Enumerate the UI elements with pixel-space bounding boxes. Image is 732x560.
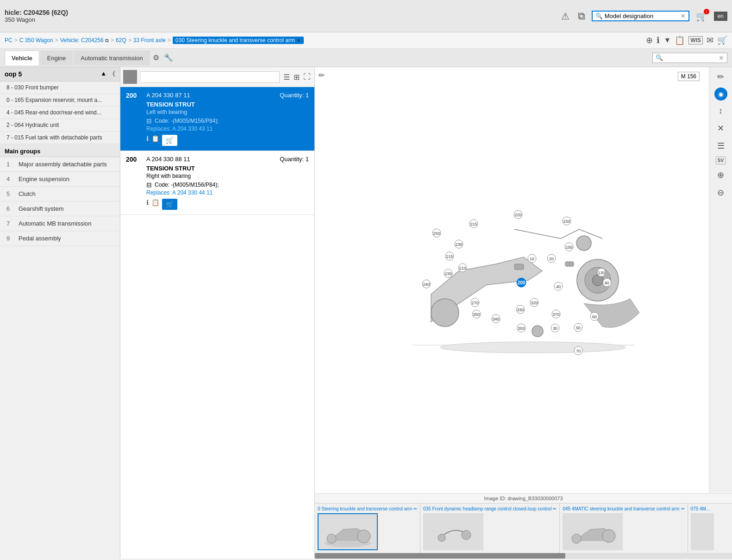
svg-point-69 bbox=[602, 529, 615, 542]
svg-text:230: 230 bbox=[455, 242, 462, 247]
thumbnail-item-3[interactable]: 045 4MATIC steering knuckle and transver… bbox=[560, 503, 688, 553]
right-zoom-out-icon[interactable]: ⊖ bbox=[715, 186, 726, 200]
cart-top-button[interactable]: 🛒 ! bbox=[694, 9, 709, 24]
sidebar-header-title: oop 5 bbox=[5, 70, 22, 78]
thumbnail-item-1[interactable]: 0 Steering knuckle and transverse contro… bbox=[315, 503, 420, 553]
parts-panel-header: ☰ ⊞ ⛶ bbox=[120, 67, 314, 87]
tab-vehicle[interactable]: Vehicle bbox=[5, 50, 39, 65]
breadcrumb-62q[interactable]: 62Q bbox=[116, 37, 126, 44]
close-icon[interactable]: ✕ bbox=[681, 13, 686, 19]
sidebar-history-item-4[interactable]: 2 - 064 Hydraulic unit bbox=[0, 119, 120, 132]
cart-breadcrumb-icon[interactable]: 🛒 bbox=[717, 35, 727, 45]
breadcrumb-front-axle[interactable]: 33 Front axle bbox=[133, 37, 166, 44]
thumb-edit-icon-2: ✏ bbox=[553, 506, 557, 511]
part-pos-1: 200 bbox=[126, 92, 143, 99]
sidebar-collapse-icon[interactable]: 《 bbox=[109, 70, 115, 78]
svg-text:80: 80 bbox=[604, 281, 609, 285]
breadcrumb-pc[interactable]: PC bbox=[5, 37, 13, 44]
right-arrow-icon[interactable]: ↕ bbox=[717, 104, 725, 118]
svg-text:270: 270 bbox=[471, 301, 478, 305]
sidebar-header-icons: ▲ 《 bbox=[100, 70, 115, 78]
svg-point-6 bbox=[532, 326, 543, 337]
filter-icon[interactable]: ▼ bbox=[663, 36, 671, 44]
search-icon: 🔍 bbox=[595, 13, 603, 19]
sidebar-group-label: Clutch bbox=[19, 190, 36, 197]
settings-icon[interactable]: ⚙ bbox=[151, 51, 161, 64]
sidebar-main-group-5[interactable]: 5 Clutch bbox=[0, 187, 120, 201]
parts-search-input[interactable] bbox=[140, 71, 280, 83]
thumb-img-4 bbox=[691, 513, 714, 550]
info-icon[interactable]: ℹ bbox=[657, 35, 660, 45]
sidebar-main-group-1[interactable]: 1 Major assembly detachable parts bbox=[0, 157, 120, 172]
thumb-label-4: 075 4M... bbox=[691, 506, 714, 511]
top-header: hicle: C204256 (62Q) 350 Wagon ⚠ ⧉ 🔍 ✕ 🛒… bbox=[0, 0, 732, 32]
part-cart-button-1[interactable]: 🛒 bbox=[162, 135, 177, 146]
sidebar-group-label: Engine suspension bbox=[19, 176, 69, 182]
sidebar-group-label: Pedal assembly bbox=[19, 235, 61, 242]
part-info-icon-2[interactable]: ℹ bbox=[146, 199, 149, 210]
right-menu-icon[interactable]: ☰ bbox=[715, 139, 726, 153]
tab-auto-transmission[interactable]: Automatic transmission bbox=[74, 50, 150, 65]
breadcrumb-active[interactable]: 030 Steering knuckle and transverse cont… bbox=[173, 37, 304, 44]
zoom-in-icon[interactable]: ⊕ bbox=[646, 35, 653, 45]
part-info-icon-1[interactable]: ℹ bbox=[146, 135, 149, 146]
sidebar-item-label: 8 - 030 Front bumper bbox=[6, 84, 59, 91]
wrench-icon[interactable]: 🔧 bbox=[162, 51, 175, 64]
scrollbar[interactable] bbox=[315, 553, 732, 559]
mail-icon[interactable]: ✉ bbox=[707, 35, 713, 45]
right-zoom-in-icon[interactable]: ⊕ bbox=[715, 168, 726, 182]
thumbnail-item-2[interactable]: 035 Front dynamic headlamp range control… bbox=[420, 503, 560, 553]
breadcrumb-actions: ⊕ ℹ ▼ 📋 WIS ✉ 🛒 bbox=[646, 35, 727, 45]
image-id-bar: Image ID: drawing_B33030000073 bbox=[315, 493, 732, 503]
parts-header-icons: ☰ ⊞ ⛶ bbox=[282, 72, 312, 82]
tab-search-clear-icon[interactable]: ✕ bbox=[719, 54, 724, 62]
grid-view-icon[interactable]: ⊞ bbox=[293, 72, 300, 82]
svg-point-2 bbox=[431, 299, 459, 327]
doc-warning-icon[interactable]: 📋 bbox=[675, 35, 685, 45]
thumb-label-3: 045 4MATIC steering knuckle and transver… bbox=[563, 506, 684, 511]
sidebar-main-group-7[interactable]: 7 Automatic MB transmission bbox=[0, 216, 120, 231]
thumbnail-strip-container: 0 Steering knuckle and transverse contro… bbox=[315, 503, 732, 553]
tab-engine[interactable]: Engine bbox=[40, 50, 73, 65]
svg-text:10: 10 bbox=[529, 257, 534, 261]
sidebar-history-item-2[interactable]: 0 - 165 Expansion reservoir, mount a... bbox=[0, 94, 120, 107]
part-doc-icon-1[interactable]: 📋 bbox=[151, 135, 159, 146]
wis-icon[interactable]: WIS bbox=[688, 36, 703, 44]
alert-button[interactable]: ⚠ bbox=[559, 9, 571, 24]
svg-point-68 bbox=[462, 530, 471, 540]
svg-text:70: 70 bbox=[576, 349, 580, 353]
breadcrumb-vehicle[interactable]: Vehicle: C204256 ⧉ bbox=[60, 37, 109, 44]
part-doc-icon-2[interactable]: 📋 bbox=[151, 199, 159, 210]
sidebar-main-group-9[interactable]: 9 Pedal assembly bbox=[0, 231, 120, 246]
language-button[interactable]: en bbox=[714, 12, 727, 21]
fullscreen-icon[interactable]: ⛶ bbox=[302, 72, 312, 82]
vehicle-info: hicle: C204256 (62Q) 350 Wagon bbox=[5, 9, 68, 23]
breadcrumb-wagon[interactable]: C 350 Wagon bbox=[19, 37, 53, 44]
sidebar-history-item-1[interactable]: 8 - 030 Front bumper bbox=[0, 82, 120, 94]
part-table-icon: ⊟ bbox=[146, 117, 152, 125]
sidebar-main-group-6[interactable]: 6 Gearshift system bbox=[0, 201, 120, 216]
edit-icon[interactable]: ✏ bbox=[319, 71, 325, 80]
sidebar-history-item-3[interactable]: 4 - 045 Rear-end door/rear-end wind... bbox=[0, 107, 120, 119]
sidebar-up-icon[interactable]: ▲ bbox=[100, 70, 106, 78]
copy-button[interactable]: ⧉ bbox=[576, 8, 587, 24]
sidebar-history-item-5[interactable]: 7 - 015 Fuel tank with detachable parts bbox=[0, 132, 120, 144]
sidebar: oop 5 ▲ 《 8 - 030 Front bumper 0 - 165 E… bbox=[0, 67, 120, 559]
right-edit-icon[interactable]: ✏ bbox=[715, 70, 726, 84]
tab-search-input[interactable] bbox=[663, 55, 719, 61]
sidebar-item-label: 4 - 045 Rear-end door/rear-end wind... bbox=[6, 109, 101, 116]
tab-search-box: 🔍 ✕ bbox=[652, 53, 727, 63]
right-circle-icon[interactable]: ◉ bbox=[714, 88, 727, 101]
part-item-1[interactable]: 200 A 204 330 87 11 Quantity: 1 TENSION … bbox=[120, 87, 314, 151]
sidebar-main-group-4[interactable]: 4 Engine suspension bbox=[0, 172, 120, 187]
sidebar-group-label: Major assembly detachable parts bbox=[19, 161, 107, 168]
part-item-2[interactable]: 200 A 204 330 88 11 Quantity: 1 TENSION … bbox=[120, 151, 314, 215]
right-wis-label[interactable]: SV bbox=[716, 157, 726, 164]
right-cross-icon[interactable]: ✕ bbox=[715, 121, 726, 135]
parts-panel: ☰ ⊞ ⛶ 200 A 204 330 87 11 Quantity: 1 TE… bbox=[120, 67, 315, 559]
svg-text:210: 210 bbox=[459, 266, 466, 271]
thumbnail-item-4[interactable]: 075 4M... bbox=[688, 503, 717, 553]
part-cart-button-2[interactable]: 🛒 bbox=[162, 199, 177, 210]
list-view-icon[interactable]: ☰ bbox=[282, 72, 291, 82]
search-input[interactable] bbox=[605, 13, 679, 19]
